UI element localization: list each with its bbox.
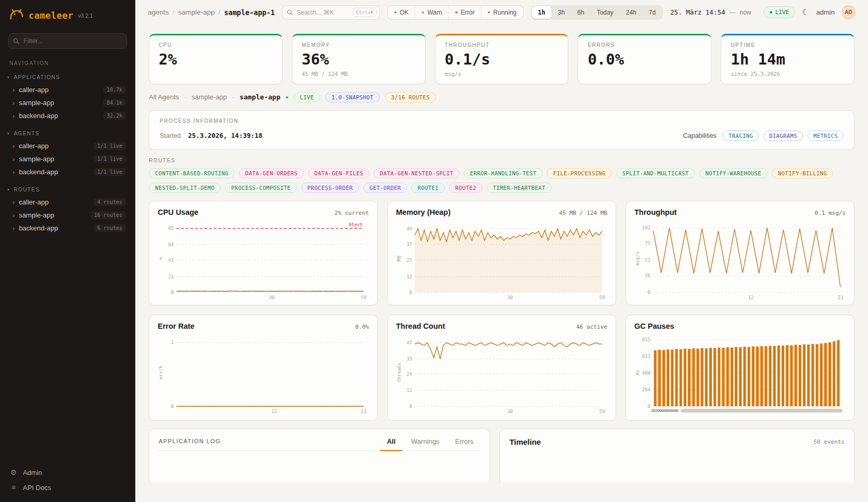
route-chip[interactable]: CONTENT-BASED-ROUTING [149,168,235,178]
time-window: 25. März 14:54 — now [670,8,751,16]
metric-sub [159,71,273,78]
context-separator: · [184,93,186,101]
sidebar-item-routes-sample-app[interactable]: › sample-app 16 routes [0,209,135,222]
section-label: APPLICATIONS [14,74,60,80]
sidebar-item-admin[interactable]: ⚙ Admin [9,468,126,477]
route-chip[interactable]: ROUTE2 [449,183,482,193]
avatar[interactable]: AD [841,5,856,19]
sidebar-item-api-docs[interactable]: ≡ API Docs [9,483,126,492]
routes-block: ROUTES CONTENT-BASED-ROUTING DATA-GEN-OR… [149,158,854,193]
started-info: Started 25.3.2026, 14:39:18 [160,132,262,139]
context-link-all-agents[interactable]: All Agents [149,93,179,101]
metric-card-errors: ERRORS 0.0% [578,34,711,84]
log-tabs: All Warnings Errors [380,434,480,450]
dark-mode-toggle-moon-icon[interactable]: ☾ [802,7,809,17]
route-chip[interactable]: DATA-GEN-NESTED-SPLIT [374,168,459,178]
live-dot-icon: ● [770,10,772,15]
route-chip[interactable]: NESTED-SPLIT-DEMO [149,183,221,193]
svg-text:102: 102 [642,225,650,230]
sidebar-item-agent-backend-app[interactable]: › backend-app 1/1 live [0,165,135,178]
sidebar-item-routes-caller-app[interactable]: › caller-app 4 routes [0,196,135,209]
metric-label: MEMORY [302,42,416,48]
chart-current-value: 0.0% [355,324,369,330]
time-range-7d[interactable]: 7d [643,6,662,19]
live-label: LIVE [775,9,789,16]
chart-title: Error Rate [158,322,195,330]
route-chip[interactable]: PROCESS-ORDER [301,183,359,193]
time-range-3h[interactable]: 3h [552,6,571,19]
time-range-group: 1h 3h 6h Today 24h 7d [531,5,663,20]
now-label[interactable]: now [739,9,751,16]
sidebar-item-routes-backend-app[interactable]: › backend-app 6 routes [0,222,135,235]
metric-card-memory: MEMORY 36% 45 MB / 124 MB [292,34,426,84]
tab-warnings[interactable]: Warnings [404,434,446,451]
svg-text:21: 21 [168,274,174,279]
metric-label: ERRORS [588,42,701,48]
sidebar-item-label: caller-app [19,142,48,150]
live-toggle[interactable]: ● LIVE [763,6,795,18]
content: CPU 2% MEMORY 36% 45 MB / 124 MB THROUGH… [135,24,868,502]
route-chip[interactable]: TIMER-HEARTBEAT [487,183,552,193]
sidebar-item-agent-sample-app[interactable]: › sample-app 1/1 live [0,152,135,165]
svg-text:85: 85 [168,226,174,231]
status-filter-error[interactable]: ● Error [448,6,481,19]
metric-card-throughput: THROUGHPUT 0.1/s msg/s [435,34,569,84]
section-routes[interactable]: ▾ ROUTES [0,178,135,196]
user-name: admin [816,8,835,16]
chevron-right-icon: › [12,169,15,175]
context-link-sample-app[interactable]: sample-app [192,93,227,101]
metric-value: 36% [302,52,416,68]
route-chip[interactable]: SPLIT-AND-MULTICAST [616,168,695,178]
svg-text:24: 24 [406,371,412,376]
svg-text:ms: ms [635,369,640,375]
route-chip[interactable]: NOTIFY-BILLING [772,168,833,178]
status-dot-icon: ● [455,10,457,15]
gc-horizontal-scrollbar[interactable] [681,409,843,413]
filter-input[interactable] [8,33,127,49]
section-applications[interactable]: ▾ APPLICATIONS [0,66,135,83]
svg-text:1: 1 [171,340,174,345]
time-range-6h[interactable]: 6h [571,6,590,19]
time-range-1h[interactable]: 1h [532,6,552,19]
route-chip[interactable]: DATA-GEN-ORDERS [239,168,304,178]
chart-card-gc-pauses: GC Pauses 0204408611815ms 2020000000000 [626,315,854,421]
footer-item-label: API Docs [23,484,51,492]
status-filter-warn[interactable]: ● Warn [415,6,448,19]
chart-current-value: 45 MB / 124 MB [559,210,607,216]
sidebar-item-application-sample-app[interactable]: › sample-app 84.1k [0,96,135,109]
route-chip[interactable]: GET-ORDER [363,183,407,193]
sidebar-item-agent-caller-app[interactable]: › caller-app 1/1 live [0,139,135,152]
tab-all[interactable]: All [380,434,402,451]
chart-title: Thread Count [396,322,445,330]
section-label: AGENTS [14,131,40,136]
route-chip[interactable]: ERROR-HANDLING-TEST [464,168,543,178]
time-range-24h[interactable]: 24h [620,6,643,19]
svg-text:815: 815 [642,337,650,342]
status-filter-running[interactable]: ● Running [481,6,523,19]
time-range-today[interactable]: Today [591,6,620,19]
sidebar-item-application-caller-app[interactable]: › caller-app 10.7k [0,83,135,96]
route-chip[interactable]: PROCESS-COMPOSITE [225,183,297,193]
metric-cards: CPU 2% MEMORY 36% 45 MB / 124 MB THROUGH… [149,34,854,84]
docs-list-icon: ≡ [9,483,18,492]
metric-label: THROUGHPUT [445,42,559,48]
breadcrumb-agents[interactable]: agents [148,8,169,16]
sidebar-item-meta: 10.7k [103,86,126,94]
status-filter-ok[interactable]: ● OK [388,6,415,19]
route-chip[interactable]: FILE-PROCESSING [547,168,612,178]
section-agents[interactable]: ▾ AGENTS [0,122,135,139]
chevron-right-icon: › [12,156,15,162]
svg-text:0: 0 [648,290,650,295]
sidebar-item-application-backend-app[interactable]: › backend-app 32.2k [0,109,135,122]
tab-errors[interactable]: Errors [448,434,480,451]
logo[interactable]: cameleer v3.2.1 [0,0,135,29]
route-chip[interactable]: DATA-GEN-FILES [308,168,369,178]
chart-title: Memory (Heap) [396,208,451,216]
context-current-agent: sample-app [239,93,280,101]
sidebar-item-meta: 6 routes [94,224,126,232]
status-filter-label: OK [400,9,409,16]
agent-context-row: All Agents · sample-app · sample-app ● L… [149,92,854,102]
breadcrumb-sample-app[interactable]: sample-app [178,8,215,16]
route-chip[interactable]: NOTIFY-WAREHOUSE [699,168,768,178]
route-chip[interactable]: ROUTE1 [411,183,444,193]
